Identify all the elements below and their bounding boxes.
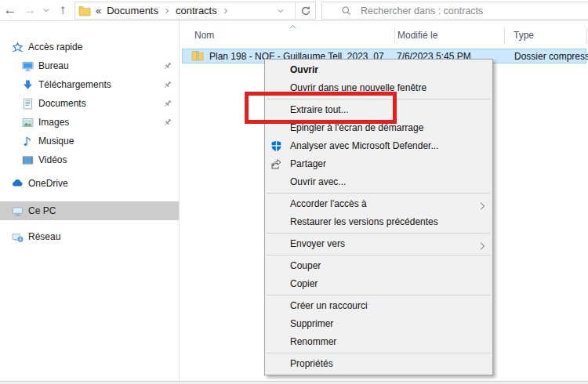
sidebar-item-label: Images: [38, 117, 69, 128]
sidebar-item-bureau[interactable]: Bureau: [0, 56, 179, 75]
menu-item-label: Copier: [290, 278, 318, 289]
pin-icon: [162, 61, 172, 71]
refresh-icon[interactable]: [300, 5, 311, 16]
search-input[interactable]: [361, 5, 588, 16]
menu-item-label: Ouvrir: [290, 64, 318, 75]
search-icon: [341, 5, 351, 16]
menu-item-ouvrir[interactable]: Ouvrir: [265, 61, 492, 79]
pictures-icon: [21, 117, 34, 129]
sidebar-item-onedrive[interactable]: OneDrive: [0, 174, 179, 193]
column-header-modified[interactable]: Modifié le: [397, 30, 437, 41]
sidebar-item-label: Téléchargements: [38, 79, 111, 90]
menu-item-label: Accorder l'accès à: [290, 198, 367, 209]
menu-item-label: Renommer: [290, 336, 336, 347]
menu-item-label: Restaurer les versions précédentes: [290, 216, 438, 227]
sidebar-item-ce-pc[interactable]: Ce PC: [0, 201, 179, 220]
search-box[interactable]: [321, 2, 588, 20]
menu-item-ouvrir-nouvelle-fenetre[interactable]: Ouvrir dans une nouvelle fenêtre: [265, 79, 492, 97]
breadcrumb-item[interactable]: Documents: [107, 5, 158, 16]
menu-separator: [267, 193, 491, 194]
sidebar-item-reseau[interactable]: Réseau: [0, 227, 179, 246]
file-list-header: Nom Modifié le Type: [180, 24, 588, 45]
network-icon: [11, 231, 24, 243]
folder-icon: [78, 5, 91, 17]
menu-item-accorder-acces[interactable]: Accorder l'accès à: [265, 195, 492, 213]
address-bar[interactable]: « Documentscontracts: [74, 2, 316, 20]
submenu-chevron-icon: [477, 239, 487, 257]
breadcrumb-collapse-chevrons[interactable]: «: [96, 5, 101, 16]
column-divider[interactable]: [394, 27, 395, 44]
sidebar-item-label: Vidéos: [38, 154, 67, 165]
toolbar: ← → ↑ « Documentscontracts: [0, 0, 588, 21]
menu-item-supprimer[interactable]: Supprimer: [265, 315, 492, 333]
onedrive-icon: [11, 177, 24, 190]
sidebar-item-documents[interactable]: Documents: [0, 94, 179, 113]
up-button[interactable]: ↑: [53, 0, 72, 20]
menu-item-label: Extraire tout...: [290, 104, 349, 115]
address-bar-divider: [295, 2, 296, 19]
zip-folder-icon: [191, 49, 204, 64]
column-divider[interactable]: [586, 27, 587, 44]
sidebar-item-label: Bureau: [38, 60, 69, 71]
sidebar: Accès rapideBureauTéléchargementsDocumen…: [0, 21, 180, 381]
column-header-type[interactable]: Type: [514, 30, 534, 41]
menu-separator: [267, 99, 491, 100]
menu-item-copier[interactable]: Copier: [265, 275, 492, 293]
pin-icon: [162, 118, 172, 128]
menu-item-label: Supprimer: [290, 318, 333, 329]
menu-item-ouvrir-avec[interactable]: Ouvrir avec...: [265, 173, 492, 191]
menu-item-partager[interactable]: Partager: [265, 155, 492, 173]
breadcrumb-item[interactable]: contracts: [176, 5, 217, 16]
menu-item-label: Analyser avec Microsoft Defender...: [290, 140, 438, 151]
sidebar-item-label: Ce PC: [28, 205, 56, 216]
sidebar-item-musique[interactable]: Musique: [0, 132, 179, 150]
menu-item-restaurer-versions[interactable]: Restaurer les versions précédentes: [265, 213, 492, 231]
sidebar-item-videos[interactable]: Vidéos: [0, 150, 179, 169]
sidebar-item-images[interactable]: Images: [0, 113, 179, 132]
address-dropdown-chevron-icon[interactable]: [277, 7, 285, 15]
videos-icon: [21, 154, 34, 166]
pin-icon: [162, 99, 172, 109]
forward-button[interactable]: →: [21, 0, 38, 20]
sidebar-item-acces-rapide[interactable]: Accès rapide: [0, 38, 179, 56]
menu-separator: [267, 353, 491, 353]
sort-ascending-icon[interactable]: [289, 23, 297, 34]
address-bar-controls: [277, 2, 315, 19]
menu-item-label: Couper: [290, 260, 321, 271]
recent-locations-chevron-icon[interactable]: [39, 0, 53, 20]
menu-item-label: Envoyer vers: [290, 238, 345, 249]
menu-item-creer-raccourci[interactable]: Créer un raccourci: [265, 297, 492, 315]
menu-item-label: Épingler à l'écran de démarrage: [290, 122, 423, 133]
breadcrumb-chevron-icon[interactable]: [164, 8, 170, 14]
sidebar-item-telechargements[interactable]: Téléchargements: [0, 75, 179, 94]
menu-item-proprietes[interactable]: Propriétés: [265, 355, 492, 373]
menu-separator: [267, 295, 491, 295]
menu-item-analyser-defender[interactable]: Analyser avec Microsoft Defender...: [265, 137, 492, 155]
back-button[interactable]: ←: [2, 0, 19, 20]
documents-icon: [21, 98, 34, 110]
menu-item-renommer[interactable]: Renommer: [265, 333, 492, 351]
quick-access-icon: [11, 42, 24, 53]
context-menu: OuvrirOuvrir dans une nouvelle fenêtreEx…: [264, 59, 493, 375]
status-bar: [0, 381, 588, 384]
menu-item-label: Créer un raccourci: [290, 300, 368, 311]
this-pc-icon: [11, 205, 24, 217]
music-icon: [21, 136, 34, 147]
sidebar-item-label: Musique: [38, 136, 74, 147]
menu-item-label: Ouvrir avec...: [290, 176, 346, 187]
sidebar-item-label: Réseau: [28, 231, 60, 242]
sidebar-item-label: OneDrive: [28, 178, 68, 189]
sidebar-item-label: Accès rapide: [28, 42, 82, 53]
downloads-icon: [21, 79, 34, 91]
file-type: Dossier compressé: [514, 51, 588, 62]
menu-item-couper[interactable]: Couper: [265, 257, 492, 275]
column-divider[interactable]: [504, 27, 505, 44]
menu-separator: [267, 255, 491, 255]
column-header-name[interactable]: Nom: [194, 30, 214, 41]
menu-item-extraire-tout[interactable]: Extraire tout...: [265, 101, 492, 119]
breadcrumb-chevron-icon[interactable]: [223, 8, 229, 14]
menu-separator: [267, 233, 491, 234]
sidebar-item-label: Documents: [38, 98, 86, 109]
menu-item-envoyer-vers[interactable]: Envoyer vers: [265, 235, 492, 253]
menu-item-epingler-demarrage[interactable]: Épingler à l'écran de démarrage: [265, 119, 492, 137]
